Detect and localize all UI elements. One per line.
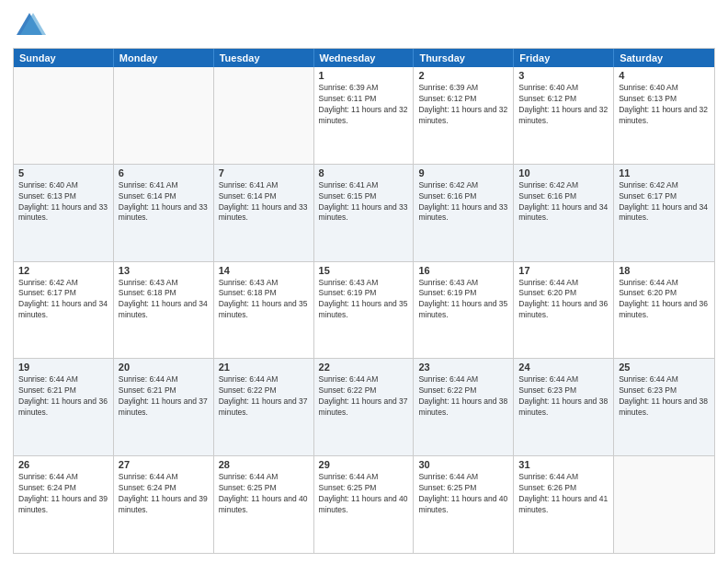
day-cell-22: 22Sunrise: 6:44 AM Sunset: 6:22 PM Dayli…: [314, 359, 415, 455]
day-number: 1: [319, 70, 409, 81]
day-number: 4: [619, 70, 710, 81]
day-cell-27: 27Sunrise: 6:44 AM Sunset: 6:24 PM Dayli…: [114, 456, 214, 553]
day-cell-26: 26Sunrise: 6:44 AM Sunset: 6:24 PM Dayli…: [14, 456, 114, 553]
cell-info: Sunrise: 6:41 AM Sunset: 6:15 PM Dayligh…: [319, 180, 409, 224]
cell-info: Sunrise: 6:39 AM Sunset: 6:12 PM Dayligh…: [418, 83, 508, 127]
cell-info: Sunrise: 6:41 AM Sunset: 6:14 PM Dayligh…: [119, 180, 209, 224]
day-cell-23: 23Sunrise: 6:44 AM Sunset: 6:22 PM Dayli…: [414, 359, 514, 455]
cell-info: Sunrise: 6:44 AM Sunset: 6:24 PM Dayligh…: [119, 472, 209, 516]
day-number: 8: [319, 167, 409, 178]
day-cell-17: 17Sunrise: 6:44 AM Sunset: 6:20 PM Dayli…: [514, 262, 614, 359]
day-cell-2: 2Sunrise: 6:39 AM Sunset: 6:12 PM Daylig…: [414, 67, 514, 164]
cal-row-4: 26Sunrise: 6:44 AM Sunset: 6:24 PM Dayli…: [14, 455, 714, 553]
day-number: 3: [518, 70, 609, 81]
cell-info: Sunrise: 6:44 AM Sunset: 6:23 PM Dayligh…: [518, 374, 609, 419]
day-number: 13: [119, 265, 209, 276]
cell-info: Sunrise: 6:44 AM Sunset: 6:23 PM Dayligh…: [619, 374, 710, 419]
day-cell-13: 13Sunrise: 6:43 AM Sunset: 6:18 PM Dayli…: [114, 262, 214, 359]
cell-info: Sunrise: 6:44 AM Sunset: 6:26 PM Dayligh…: [518, 472, 609, 516]
day-cell-11: 11Sunrise: 6:42 AM Sunset: 6:17 PM Dayli…: [614, 165, 714, 261]
day-cell-21: 21Sunrise: 6:44 AM Sunset: 6:22 PM Dayli…: [214, 359, 314, 455]
day-number: 22: [319, 362, 409, 373]
day-cell-30: 30Sunrise: 6:44 AM Sunset: 6:25 PM Dayli…: [414, 456, 514, 553]
weekday-header-monday: Monday: [114, 49, 214, 67]
day-number: 31: [518, 459, 609, 470]
day-cell-18: 18Sunrise: 6:44 AM Sunset: 6:20 PM Dayli…: [614, 262, 714, 359]
day-cell-29: 29Sunrise: 6:44 AM Sunset: 6:25 PM Dayli…: [314, 456, 415, 553]
cal-row-3: 19Sunrise: 6:44 AM Sunset: 6:21 PM Dayli…: [14, 358, 714, 455]
day-number: 24: [518, 362, 609, 373]
cell-info: Sunrise: 6:40 AM Sunset: 6:12 PM Dayligh…: [518, 83, 609, 127]
day-number: 23: [418, 362, 508, 373]
logo: [13, 9, 50, 42]
day-cell-28: 28Sunrise: 6:44 AM Sunset: 6:25 PM Dayli…: [214, 456, 314, 553]
day-cell-20: 20Sunrise: 6:44 AM Sunset: 6:21 PM Dayli…: [114, 359, 214, 455]
cell-info: Sunrise: 6:43 AM Sunset: 6:19 PM Dayligh…: [319, 278, 409, 322]
cell-info: Sunrise: 6:44 AM Sunset: 6:22 PM Dayligh…: [418, 374, 508, 419]
day-number: 29: [319, 459, 409, 470]
day-cell-16: 16Sunrise: 6:43 AM Sunset: 6:19 PM Dayli…: [414, 262, 514, 359]
weekday-header-friday: Friday: [514, 49, 614, 67]
cal-row-0: 1Sunrise: 6:39 AM Sunset: 6:11 PM Daylig…: [14, 67, 714, 164]
cell-info: Sunrise: 6:44 AM Sunset: 6:25 PM Dayligh…: [219, 472, 309, 516]
weekday-header-saturday: Saturday: [614, 49, 714, 67]
cell-info: Sunrise: 6:39 AM Sunset: 6:11 PM Dayligh…: [319, 83, 409, 127]
day-number: 11: [619, 167, 710, 178]
day-number: 7: [219, 167, 309, 178]
calendar: SundayMondayTuesdayWednesdayThursdayFrid…: [13, 48, 715, 554]
day-number: 27: [119, 459, 209, 470]
day-cell-4: 4Sunrise: 6:40 AM Sunset: 6:13 PM Daylig…: [614, 67, 714, 164]
day-cell-24: 24Sunrise: 6:44 AM Sunset: 6:23 PM Dayli…: [514, 359, 614, 455]
cell-info: Sunrise: 6:44 AM Sunset: 6:21 PM Dayligh…: [119, 374, 209, 419]
day-number: 21: [219, 362, 309, 373]
day-number: 30: [418, 459, 508, 470]
day-cell-10: 10Sunrise: 6:42 AM Sunset: 6:16 PM Dayli…: [514, 165, 614, 261]
day-number: 25: [619, 362, 710, 373]
day-cell-7: 7Sunrise: 6:41 AM Sunset: 6:14 PM Daylig…: [214, 165, 314, 261]
weekday-header-tuesday: Tuesday: [214, 49, 314, 67]
cell-info: Sunrise: 6:42 AM Sunset: 6:17 PM Dayligh…: [619, 180, 710, 224]
day-number: 19: [18, 362, 108, 373]
page: SundayMondayTuesdayWednesdayThursdayFrid…: [0, 0, 728, 563]
cell-info: Sunrise: 6:44 AM Sunset: 6:22 PM Dayligh…: [319, 374, 409, 419]
cell-info: Sunrise: 6:43 AM Sunset: 6:18 PM Dayligh…: [219, 278, 309, 322]
day-cell-19: 19Sunrise: 6:44 AM Sunset: 6:21 PM Dayli…: [14, 359, 114, 455]
cell-info: Sunrise: 6:40 AM Sunset: 6:13 PM Dayligh…: [18, 180, 108, 224]
day-number: 6: [119, 167, 209, 178]
logo-icon: [13, 9, 46, 42]
calendar-header: SundayMondayTuesdayWednesdayThursdayFrid…: [14, 49, 714, 67]
day-cell-6: 6Sunrise: 6:41 AM Sunset: 6:14 PM Daylig…: [114, 165, 214, 261]
day-number: 20: [119, 362, 209, 373]
cal-row-1: 5Sunrise: 6:40 AM Sunset: 6:13 PM Daylig…: [14, 164, 714, 261]
cell-info: Sunrise: 6:42 AM Sunset: 6:17 PM Dayligh…: [18, 278, 108, 322]
day-cell-31: 31Sunrise: 6:44 AM Sunset: 6:26 PM Dayli…: [514, 456, 614, 553]
cell-info: Sunrise: 6:44 AM Sunset: 6:20 PM Dayligh…: [619, 278, 710, 322]
day-number: 18: [619, 265, 710, 276]
day-number: 26: [18, 459, 108, 470]
day-number: 9: [418, 167, 508, 178]
cell-info: Sunrise: 6:41 AM Sunset: 6:14 PM Dayligh…: [219, 180, 309, 224]
cell-info: Sunrise: 6:44 AM Sunset: 6:25 PM Dayligh…: [418, 472, 508, 516]
day-number: 17: [518, 265, 609, 276]
day-number: 10: [518, 167, 609, 178]
cell-info: Sunrise: 6:44 AM Sunset: 6:21 PM Dayligh…: [18, 374, 108, 419]
cell-info: Sunrise: 6:44 AM Sunset: 6:24 PM Dayligh…: [18, 472, 108, 516]
weekday-header-sunday: Sunday: [14, 49, 114, 67]
cell-info: Sunrise: 6:42 AM Sunset: 6:16 PM Dayligh…: [418, 180, 508, 224]
cell-info: Sunrise: 6:44 AM Sunset: 6:25 PM Dayligh…: [319, 472, 409, 516]
day-number: 16: [418, 265, 508, 276]
day-cell-8: 8Sunrise: 6:41 AM Sunset: 6:15 PM Daylig…: [314, 165, 415, 261]
empty-cell-4-6: [614, 456, 714, 553]
day-number: 12: [18, 265, 108, 276]
weekday-header-wednesday: Wednesday: [314, 49, 415, 67]
empty-cell-0-2: [214, 67, 314, 164]
day-cell-25: 25Sunrise: 6:44 AM Sunset: 6:23 PM Dayli…: [614, 359, 714, 455]
day-number: 2: [418, 70, 508, 81]
cell-info: Sunrise: 6:43 AM Sunset: 6:18 PM Dayligh…: [119, 278, 209, 322]
calendar-body: 1Sunrise: 6:39 AM Sunset: 6:11 PM Daylig…: [14, 67, 714, 553]
day-cell-5: 5Sunrise: 6:40 AM Sunset: 6:13 PM Daylig…: [14, 165, 114, 261]
cell-info: Sunrise: 6:44 AM Sunset: 6:22 PM Dayligh…: [219, 374, 309, 419]
weekday-header-thursday: Thursday: [414, 49, 514, 67]
cell-info: Sunrise: 6:43 AM Sunset: 6:19 PM Dayligh…: [418, 278, 508, 322]
cell-info: Sunrise: 6:44 AM Sunset: 6:20 PM Dayligh…: [518, 278, 609, 322]
